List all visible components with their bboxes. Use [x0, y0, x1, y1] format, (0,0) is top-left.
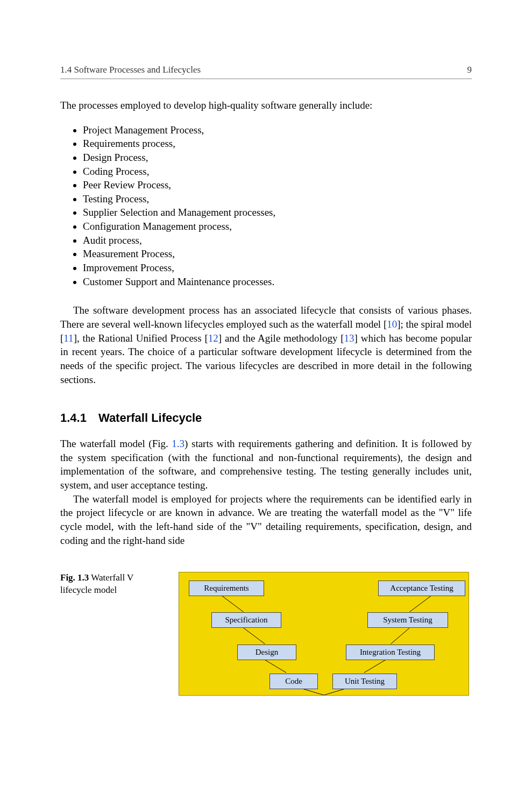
- diagram-box-system-testing: System Testing: [367, 612, 448, 628]
- process-list: Project Management Process, Requirements…: [60, 123, 472, 289]
- list-item: Configuration Management process,: [83, 220, 472, 233]
- list-item: Audit process,: [83, 233, 472, 247]
- list-item: Requirements process,: [83, 137, 472, 151]
- subsection-number: 1.4.1: [60, 411, 87, 424]
- text-run: The waterfall model is employed for proj…: [60, 493, 472, 546]
- citation-link[interactable]: 10: [387, 318, 397, 330]
- list-item: Peer Review Process,: [83, 178, 472, 192]
- list-item: Measurement Process,: [83, 247, 472, 261]
- svg-line-6: [391, 628, 410, 644]
- svg-line-0: [222, 596, 244, 612]
- diagram-box-code: Code: [269, 674, 318, 689]
- header-page-number: 9: [467, 65, 472, 75]
- diagram-box-unit-testing: Unit Testing: [332, 674, 397, 689]
- figure-caption: Fig. 1.3 Waterfall V lifecycle model: [60, 572, 162, 597]
- svg-line-2: [265, 660, 286, 673]
- lifecycle-paragraph: The software development process has an …: [60, 303, 472, 386]
- figure-number: Fig. 1.3: [60, 572, 89, 583]
- list-item: Testing Process,: [83, 192, 472, 206]
- svg-line-4: [324, 689, 345, 695]
- list-item: Customer Support and Maintenance process…: [83, 275, 472, 289]
- citation-link[interactable]: 13: [344, 332, 354, 344]
- citation-link[interactable]: 12: [208, 332, 218, 344]
- text-run: ], the Rational Unified Process [: [74, 332, 208, 344]
- list-item: Coding Process,: [83, 165, 472, 179]
- list-item: Project Management Process,: [83, 123, 472, 137]
- figure-reference-link[interactable]: 1.3: [172, 438, 185, 449]
- text-run: The waterfall model (Fig.: [60, 438, 172, 449]
- diagram-box-integration-testing: Integration Testing: [346, 645, 435, 660]
- svg-line-5: [364, 660, 386, 673]
- diagram-box-design: Design: [237, 645, 296, 660]
- diagram-box-specification: Specification: [211, 612, 281, 628]
- svg-line-3: [302, 689, 324, 695]
- list-item: Design Process,: [83, 151, 472, 165]
- diagram-box-requirements: Requirements: [189, 581, 264, 596]
- list-item: Improvement Process,: [83, 261, 472, 275]
- waterfall-paragraph-2: The waterfall model is employed for proj…: [60, 492, 472, 548]
- svg-line-1: [244, 628, 265, 644]
- waterfall-paragraph-1: The waterfall model (Fig. 1.3) starts wi…: [60, 437, 472, 492]
- citation-link[interactable]: 11: [63, 332, 73, 344]
- subsection-title: Waterfall Lifecycle: [98, 411, 202, 424]
- diagram-box-acceptance-testing: Acceptance Testing: [378, 581, 465, 596]
- svg-line-7: [409, 596, 431, 612]
- text-run: ] and the Agile methodology [: [218, 332, 344, 344]
- subsection-heading: 1.4.1Waterfall Lifecycle: [60, 411, 472, 425]
- list-item: Supplier Selection and Management proces…: [83, 206, 472, 220]
- intro-paragraph: The processes employed to develop high-q…: [60, 98, 472, 112]
- running-header: 1.4 Software Processes and Lifecycles 9: [60, 65, 472, 79]
- header-section-label: 1.4 Software Processes and Lifecycles: [60, 65, 201, 75]
- figure-block: Fig. 1.3 Waterfall V lifecycle model Req…: [60, 572, 472, 696]
- v-model-diagram: Requirements Specification Design Code U…: [179, 572, 469, 696]
